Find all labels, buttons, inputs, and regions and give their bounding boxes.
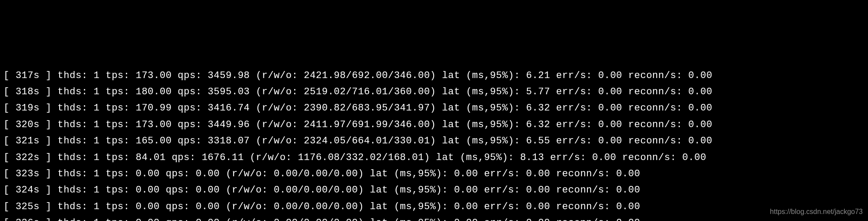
terminal-line: [ 326s ] thds: 1 tps: 0.00 qps: 0.00 (r/… [4, 215, 864, 221]
terminal-line: [ 319s ] thds: 1 tps: 170.99 qps: 3416.7… [4, 100, 864, 116]
terminal-line: [ 318s ] thds: 1 tps: 180.00 qps: 3595.0… [4, 84, 864, 100]
terminal-line: [ 324s ] thds: 1 tps: 0.00 qps: 0.00 (r/… [4, 182, 864, 198]
watermark-text: https://blog.csdn.net/jackgo73 [770, 206, 863, 217]
terminal-line: [ 320s ] thds: 1 tps: 173.00 qps: 3449.9… [4, 117, 864, 133]
terminal-line: [ 323s ] thds: 1 tps: 0.00 qps: 0.00 (r/… [4, 166, 864, 182]
terminal-output: [ 317s ] thds: 1 tps: 173.00 qps: 3459.9… [4, 68, 864, 221]
terminal-line: [ 325s ] thds: 1 tps: 0.00 qps: 0.00 (r/… [4, 199, 864, 215]
terminal-line: [ 317s ] thds: 1 tps: 173.00 qps: 3459.9… [4, 68, 864, 84]
terminal-line: [ 321s ] thds: 1 tps: 165.00 qps: 3318.0… [4, 133, 864, 149]
terminal-line: [ 322s ] thds: 1 tps: 84.01 qps: 1676.11… [4, 150, 864, 166]
